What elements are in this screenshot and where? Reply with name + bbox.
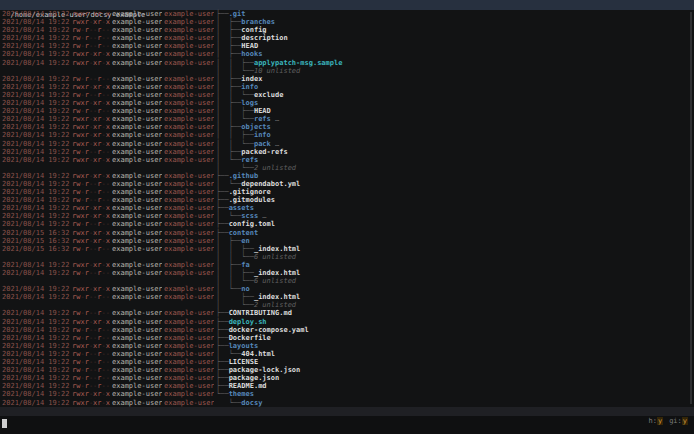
dir-name: fa [241,261,249,269]
tree-row[interactable]: 2021/08/14 19:22rw-r--r--example-userexa… [0,26,694,34]
permissions: rwxr-xr-x [72,204,110,212]
permissions: rw-r--r-- [72,196,110,204]
permissions: rwxr-xr-x [72,83,110,91]
tree-row[interactable]: 2021/08/14 19:22rw-r--r--example-userexa… [0,148,694,156]
tree-row[interactable]: 2021/08/14 19:22rw-r--r--example-userexa… [0,188,694,196]
permissions: rw-r--r-- [72,180,110,188]
owner-group: example-user [164,318,214,326]
tree-row[interactable]: 2021/08/14 19:22rw-r--r--example-userexa… [0,269,694,277]
tree-row[interactable]: 2021/08/15 16:32rwxr-xr-xexample-userexa… [0,229,694,237]
scrollbar[interactable] [690,12,692,404]
tree-row[interactable]: 2021/08/14 19:22rw-r--r--example-userexa… [0,374,694,382]
tree-row[interactable]: 2021/08/14 19:22rwxr-xr-xexample-userexa… [0,131,694,139]
owner-group: example-user [164,115,214,123]
tree-row[interactable]: 2021/08/14 19:22rwxr-xr-xexample-userexa… [0,172,694,180]
tree-branch-lines: └── [216,390,229,398]
tree-row[interactable]: 2021/08/14 19:22rw-r--r--example-userexa… [0,293,694,301]
tree-row[interactable]: 2021/08/14 19:22rwxr-xr-xexample-userexa… [0,59,694,67]
tree-branch-lines: │ └── [216,285,241,293]
tree-row[interactable]: 2021/08/14 19:22rw-r--r--example-userexa… [0,350,694,358]
file-name: config [241,26,266,34]
tree-row-unlisted[interactable]: │ │ └──6 unlisted [0,277,694,285]
modified-date: 2021/08/14 19:22 [2,83,70,91]
tree-row[interactable]: 2021/08/14 19:22rw-r--r--example-userexa… [0,42,694,50]
tree-row[interactable]: 2021/08/14 19:22rw-r--r--example-userexa… [0,366,694,374]
owner-user: example-user [112,229,162,237]
tree-row[interactable]: 2021/08/14 19:22rwxr-xr-xexample-userexa… [0,115,694,123]
tree-row[interactable]: 2021/08/14 19:22rwxr-xr-xexample-userexa… [0,285,694,293]
tree-row-unlisted[interactable]: │ └──2 unlisted [0,164,694,172]
truncated-indicator: … [271,115,279,123]
tree-row[interactable]: 2021/08/15 16:32rwxr-xr-xexample-userexa… [0,237,694,245]
tree-row[interactable]: 2021/08/14 19:22rw-r--r--example-userexa… [0,107,694,115]
tree-row[interactable]: 2021/08/14 19:22rw-r--r--example-userexa… [0,196,694,204]
tree-row[interactable]: 2021/08/14 19:22rwxr-xr-xexample-userexa… [0,99,694,107]
tree-branch-lines: │ │ ├── [216,131,254,139]
dir-name: branches [241,18,275,26]
tree-row[interactable]: 2021/08/14 19:22rwxr-xr-xexample-userexa… [0,50,694,58]
modified-date: 2021/08/14 19:22 [2,285,70,293]
tree-row[interactable]: 2021/08/14 19:22rwxr-xr-xexample-userexa… [0,83,694,91]
modified-date: 2021/08/14 19:22 [2,140,70,148]
tree-row-unlisted[interactable]: │ └──2 unlisted [0,301,694,309]
tree-row[interactable]: 2021/08/14 19:22rw-r--r--example-userexa… [0,309,694,317]
dir-name: themes [229,390,254,398]
modified-date: 2021/08/14 19:22 [2,212,70,220]
tree-cell: ├──layouts [216,342,258,350]
tree-branch-lines: │ └── [216,164,254,172]
tree-row[interactable]: 2021/08/14 19:22rw-r--r--example-userexa… [0,75,694,83]
modified-date: 2021/08/15 16:32 [2,245,70,253]
tree-row-unlisted[interactable]: │ │ └──10 unlisted [0,67,694,75]
permissions: rwxr-xr-x [72,99,110,107]
tree-branch-lines: │ ├── [216,18,241,26]
owner-group: example-user [164,123,214,131]
owner-group: example-user [164,107,214,115]
tree-row[interactable]: 2021/08/14 19:22rw-r--r--example-userexa… [0,358,694,366]
owner-user: example-user [112,99,162,107]
tree-row-unlisted[interactable]: │ │ └──6 unlisted [0,253,694,261]
tree-row[interactable]: 2021/08/14 19:22rw-r--r--example-userexa… [0,334,694,342]
dir-name: info [241,83,258,91]
modified-date: 2021/08/14 19:22 [2,196,70,204]
owner-user: example-user [112,42,162,50]
tree-row[interactable]: 2021/08/14 19:22rwxr-xr-xexample-userexa… [0,123,694,131]
tree-row[interactable]: 2021/08/15 16:32rw-r--r--example-userexa… [0,245,694,253]
tree-row[interactable]: 2021/08/14 19:22rwxr-xr-xexample-userexa… [0,204,694,212]
search-input[interactable]: h:ygi:y [0,416,694,434]
tree-row[interactable]: 2021/08/14 19:22rw-r--r--example-userexa… [0,220,694,228]
tree-branch-lines: │ ├── [216,148,241,156]
tree-row[interactable]: 2021/08/14 19:22rw-r--r--example-userexa… [0,326,694,334]
tree-row[interactable]: 2021/08/14 19:22rwxr-xr-xexample-userexa… [0,156,694,164]
tree-row[interactable]: 2021/08/14 19:22rwxr-xr-xexample-userexa… [0,261,694,269]
tree-row[interactable]: 2021/08/14 19:22rwxr-xr-xexample-userexa… [0,399,694,407]
root-path-bar[interactable]: /home/example-user/docsy-example [0,0,694,10]
flag-hidden[interactable]: h:y [648,417,663,425]
file-name: _index.html [254,245,300,253]
tree-row[interactable]: 2021/08/14 19:22rwxr-xr-xexample-userexa… [0,390,694,398]
tree-cell: │ │ ├──_index.html [216,269,300,277]
tree-row[interactable]: 2021/08/14 19:22rw-r--r--example-userexa… [0,91,694,99]
tree-cell: │ │ ├──_index.html [216,245,300,253]
permissions: rwxr-xr-x [72,59,110,67]
tree-row[interactable]: 2021/08/14 19:22rwxr-xr-xexample-userexa… [0,10,694,18]
file-name: _index.html [254,269,300,277]
permissions: rw-r--r-- [72,366,110,374]
flag-gitignore[interactable]: gi:y [669,417,688,425]
tree-row[interactable]: 2021/08/14 19:22rwxr-xr-xexample-userexa… [0,342,694,350]
tree-cell: │ │ ├──info [216,131,271,139]
owner-group: example-user [164,334,214,342]
owner-group: example-user [164,220,214,228]
owner-group: example-user [164,188,214,196]
owner-user: example-user [112,326,162,334]
tree-row[interactable]: 2021/08/14 19:22rw-r--r--example-userexa… [0,180,694,188]
tree-row[interactable]: 2021/08/14 19:22rwxr-xr-xexample-userexa… [0,140,694,148]
modified-date: 2021/08/14 19:22 [2,26,70,34]
tree-branch-lines: │ │ ├── [216,245,254,253]
tree-row[interactable]: 2021/08/14 19:22rwxr-xr-xexample-userexa… [0,318,694,326]
tree-row[interactable]: 2021/08/14 19:22rw-r--r--example-userexa… [0,382,694,390]
owner-user: example-user [112,172,162,180]
text-cursor [2,419,7,428]
tree-row[interactable]: 2021/08/14 19:22rw-r--r--example-userexa… [0,34,694,42]
tree-row[interactable]: 2021/08/14 19:22rwxr-xr-xexample-userexa… [0,18,694,26]
tree-row[interactable]: 2021/08/14 19:22rwxr-xr-xexample-userexa… [0,212,694,220]
